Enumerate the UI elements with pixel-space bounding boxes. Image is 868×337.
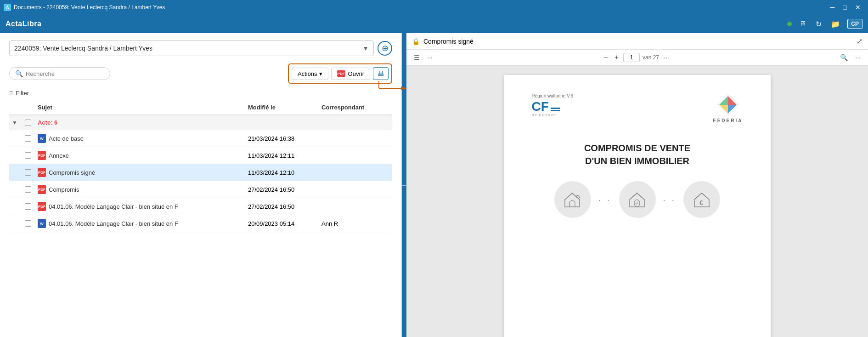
filter-label: Filter (16, 90, 29, 97)
house-leaf-svg (562, 189, 583, 210)
sujet-cell: W 04.01.06. Modèle Langage Clair - bien … (35, 219, 245, 228)
folder-icon-btn[interactable]: 📁 (829, 18, 842, 30)
nav-bar: ActaLibra 🖥 ↻ 📁 CP (0, 15, 868, 33)
date-cell: 27/02/2024 16:50 (245, 186, 319, 193)
pdf-options-button[interactable]: ··· (853, 53, 862, 62)
house-shield-icon (619, 181, 656, 218)
table-row[interactable]: PDF Compromis signé 11/03/2024 12:10 (9, 164, 392, 181)
app-icon: A (4, 4, 11, 11)
zoom-in-button[interactable]: + (613, 52, 620, 63)
case-selector-chevron: ▼ (362, 45, 369, 52)
actions-chevron-icon: ▾ (319, 70, 322, 77)
correspondant-cell: Ann R (319, 220, 392, 227)
table-row[interactable]: PDF Compromis 27/02/2024 16:50 (9, 181, 392, 198)
dots-separator-1: · · (598, 194, 612, 205)
col-modifie-header: Modifié le (245, 104, 319, 111)
add-case-button[interactable]: ⊕ (378, 41, 392, 56)
date-cell: 11/03/2024 12:10 (245, 169, 319, 176)
left-panel-inner: 2240059: Vente Leclercq Sandra / Lambert… (0, 33, 401, 337)
nav-more-icon-btn[interactable]: ··· (425, 53, 434, 62)
case-selector-text: 2240059: Vente Leclercq Sandra / Lambert… (14, 45, 152, 52)
refresh-icon-btn[interactable]: ↻ (814, 18, 823, 30)
actions-button[interactable]: Actions ▾ (292, 68, 328, 80)
pdf-main-title: COMPROMIS DE VENTE D'UN BIEN IMMOBILIER (532, 142, 743, 167)
doc-name: Annexe (49, 152, 69, 159)
zoom-out-button[interactable]: − (602, 52, 609, 63)
search-box: 🔍 (9, 67, 110, 80)
action-buttons-group: Actions ▾ PDF Ouvrir 🖶 (288, 63, 392, 84)
group-checkbox[interactable] (25, 120, 31, 126)
resize-handle[interactable]: ↔ (402, 33, 406, 337)
close-button[interactable]: ✕ (851, 2, 864, 13)
maximize-button[interactable]: □ (840, 2, 851, 13)
title-bar-text: Documents - 2240059: Vente Leclercq Sand… (14, 4, 165, 11)
ouvrir-button[interactable]: PDF Ouvrir (331, 68, 370, 80)
filter-row[interactable]: ≡ Filter (9, 89, 392, 97)
date-cell: 20/09/2023 05:14 (245, 220, 319, 227)
group-name-cell: Acte: 6 (35, 119, 245, 126)
page-number-input[interactable] (623, 53, 640, 62)
col-sujet-header: Sujet (35, 104, 245, 111)
ouvrir-pdf-icon: PDF (337, 70, 345, 77)
expand-cell[interactable]: ▼ (9, 119, 22, 126)
row-checkbox[interactable] (25, 220, 31, 227)
group-chevron-icon[interactable]: ▼ (12, 120, 17, 126)
row-checkbox[interactable] (25, 186, 31, 193)
page-more-icon-btn[interactable]: ··· (662, 53, 671, 62)
check-cell (22, 203, 35, 210)
table-row[interactable]: PDF 04.01.06. Modèle Langage Clair - bie… (9, 198, 392, 215)
search-input[interactable] (26, 70, 99, 77)
print-button[interactable]: 🖶 (373, 67, 389, 80)
right-panel: 🔒 Compromis signé ⤢ ☰ ··· − + van 27 ···… (406, 33, 868, 337)
date-cell: 11/03/2024 12:11 (245, 152, 319, 159)
doc-name: Compromis signé (49, 169, 95, 176)
nav-right: 🖥 ↻ 📁 CP (787, 18, 862, 30)
check-cell (22, 120, 35, 126)
monitor-icon-btn[interactable]: 🖥 (797, 18, 808, 30)
row-checkbox[interactable] (25, 152, 31, 159)
print-icon: 🖶 (378, 70, 384, 77)
table-row[interactable]: PDF Annexe 11/03/2024 12:11 (9, 147, 392, 164)
house-euro-icon: € (683, 181, 720, 218)
table-row[interactable]: W Acte de base 21/03/2024 16:38 (9, 130, 392, 147)
pdf-page: Région wallonne V.9 CF BY FEDNOT (504, 75, 771, 337)
case-selector[interactable]: 2240059: Vente Leclercq Sandra / Lambert… (9, 40, 374, 56)
word-icon: W (38, 219, 46, 228)
federia-logo: FEDERIA (713, 93, 743, 123)
house-leaf-icon (554, 181, 591, 218)
pdf-toolbar: 🔒 Compromis signé ⤢ (406, 33, 868, 50)
check-cell (22, 169, 35, 176)
cf-logo-text: CF (532, 100, 549, 113)
word-icon: W (38, 134, 46, 143)
table-row[interactable]: ▼ Acte: 6 (9, 115, 392, 130)
sujet-cell: PDF Compromis (35, 185, 245, 194)
pdf-icon: PDF (38, 202, 46, 211)
pdf-content-area: Région wallonne V.9 CF BY FEDNOT (406, 66, 868, 337)
federia-diamond-icon (716, 93, 739, 116)
pdf-header-logos: Région wallonne V.9 CF BY FEDNOT (532, 93, 743, 123)
pdf-icon: PDF (38, 151, 46, 160)
search-actions-row: 🔍 Actions ▾ PDF Ouvrir 🖶 (9, 63, 392, 84)
row-checkbox[interactable] (25, 203, 31, 210)
dots-separator-2: · · (663, 194, 676, 205)
pdf-icon: PDF (38, 168, 46, 177)
search-icon: 🔍 (15, 70, 23, 77)
list-view-icon-btn[interactable]: ☰ (412, 53, 422, 62)
table-row[interactable]: W 04.01.06. Modèle Langage Clair - bien … (9, 215, 392, 232)
title-bar-left: A Documents - 2240059: Vente Leclercq Sa… (4, 4, 165, 11)
left-panel: 2240059: Vente Leclercq Sandra / Lambert… (0, 33, 402, 337)
check-cell (22, 152, 35, 159)
expand-button[interactable]: ⤢ (857, 37, 862, 46)
row-checkbox[interactable] (25, 135, 31, 142)
doc-name: 04.01.06. Modèle Langage Clair - bien si… (49, 203, 178, 210)
check-cell (22, 186, 35, 193)
row-checkbox[interactable] (25, 169, 31, 176)
title-bar-controls: ─ □ ✕ (827, 2, 864, 13)
pdf-title: 🔒 Compromis signé (412, 38, 473, 45)
pdf-title-text: Compromis signé (423, 38, 473, 45)
search-pdf-button[interactable]: 🔍 (838, 53, 850, 62)
doc-name: 04.01.06. Modèle Langage Clair - bien si… (49, 220, 178, 227)
minimize-button[interactable]: ─ (827, 2, 839, 13)
lock-icon: 🔒 (412, 38, 420, 45)
user-avatar[interactable]: CP (847, 19, 862, 29)
